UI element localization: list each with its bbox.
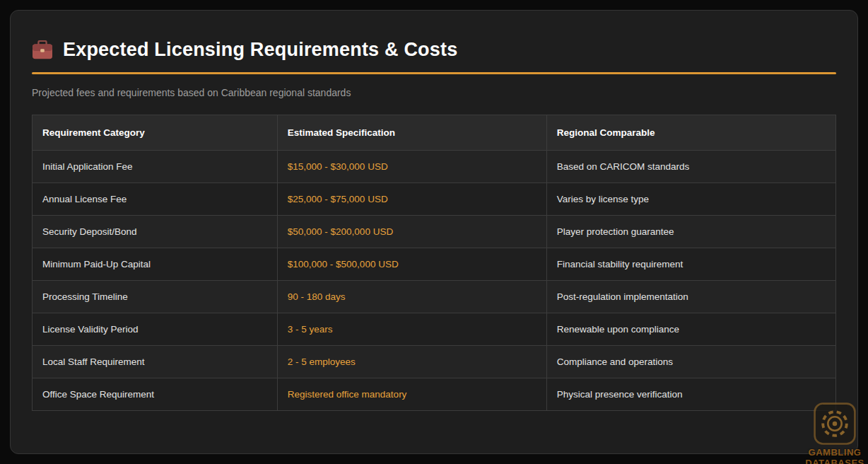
table-body: Initial Application Fee$15,000 - $30,000… [33,151,836,411]
content-card: Expected Licensing Requirements & Costs … [10,10,858,454]
category-cell: Security Deposit/Bond [33,216,278,248]
spec-cell: $50,000 - $200,000 USD [277,216,546,248]
header-estimated-specification: Estimated Specification [277,115,546,151]
page-header: Expected Licensing Requirements & Costs [32,39,836,61]
table-row: Office Space RequirementRegistered offic… [33,378,836,411]
header-regional-comparable: Regional Comparable [546,115,835,151]
comparable-cell: Player protection guarantee [546,216,835,248]
table-row: Processing Timeline90 - 180 daysPost-reg… [33,281,836,313]
spec-cell: $15,000 - $30,000 USD [277,151,546,183]
category-cell: License Validity Period [33,313,278,346]
spec-cell: $25,000 - $75,000 USD [277,183,546,216]
comparable-cell: Financial stability requirement [546,248,835,281]
comparable-cell: Compliance and operations [546,346,835,378]
table-row: Security Deposit/Bond$50,000 - $200,000 … [33,216,836,248]
category-cell: Minimum Paid-Up Capital [33,248,278,281]
spec-cell: $100,000 - $500,000 USD [277,248,546,281]
category-cell: Initial Application Fee [33,151,278,183]
page-subtitle: Projected fees and requirements based on… [32,87,836,98]
briefcase-icon [32,40,53,60]
comparable-cell: Varies by license type [546,183,835,216]
category-cell: Annual License Fee [33,183,278,216]
spec-cell: 3 - 5 years [277,313,546,346]
comparable-cell: Renewable upon compliance [546,313,835,346]
comparable-cell: Based on CARICOM standards [546,151,835,183]
table-header-row: Requirement Category Estimated Specifica… [33,115,836,151]
spec-cell: 2 - 5 employees [277,346,546,378]
page-title: Expected Licensing Requirements & Costs [63,39,457,61]
table-row: Minimum Paid-Up Capital$100,000 - $500,0… [33,248,836,281]
table-row: Annual License Fee$25,000 - $75,000 USDV… [33,183,836,216]
table-row: Initial Application Fee$15,000 - $30,000… [33,151,836,183]
spec-cell: 90 - 180 days [277,281,546,313]
header-requirement-category: Requirement Category [33,115,278,151]
comparable-cell: Post-regulation implementation [546,281,835,313]
table-row: Local Staff Requirement2 - 5 employeesCo… [33,346,836,378]
comparable-cell: Physical presence verification [546,378,835,411]
category-cell: Office Space Requirement [33,378,278,411]
accent-divider [32,72,836,74]
category-cell: Processing Timeline [33,281,278,313]
table-row: License Validity Period3 - 5 yearsRenewa… [33,313,836,346]
spec-cell: Registered office mandatory [277,378,546,411]
watermark-line-2: DATABASES [800,458,868,464]
category-cell: Local Staff Requirement [33,346,278,378]
requirements-table: Requirement Category Estimated Specifica… [32,115,836,411]
